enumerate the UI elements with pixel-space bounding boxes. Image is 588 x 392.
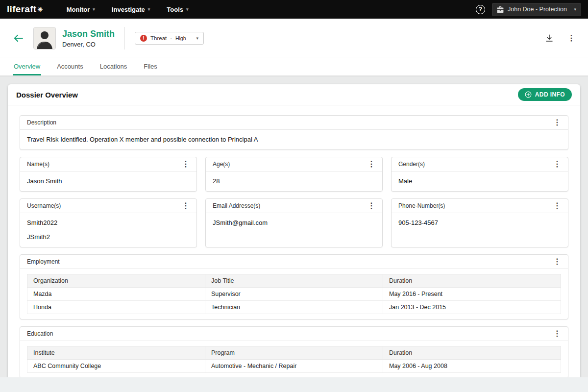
field-row-1: Name(s) ⋮ Jason Smith Age(s) ⋮ 28 xyxy=(20,157,568,192)
table-row: Mazda Supervisor May 2016 - Present xyxy=(27,288,561,301)
tab-bar: Overview Accounts Locations Files xyxy=(0,58,588,76)
kebab-menu-icon[interactable]: ⋮ xyxy=(368,160,375,168)
field-label: Age(s) xyxy=(213,161,230,168)
field-card-phone-numbers: Phone-Number(s) ⋮ 905-123-4567 xyxy=(391,198,568,247)
liferaft-logo-icon: ✳ xyxy=(37,6,43,13)
field-card-emails: Email Addresse(s) ⋮ JSmith@gmail.com xyxy=(205,198,383,247)
help-icon[interactable]: ? xyxy=(476,5,485,14)
field-label: Email Addresse(s) xyxy=(213,202,260,209)
tab-accounts[interactable]: Accounts xyxy=(56,58,84,75)
field-card-employment: Employment ⋮ Organization Job Title Dura… xyxy=(20,254,568,319)
column-header: Organization xyxy=(27,274,205,288)
field-value: 28 xyxy=(213,177,375,185)
nav-menu-monitor[interactable]: Monitor ▾ xyxy=(67,6,95,13)
dossier-overview-card: Dossier Overview ADD INFO Description ⋮ … xyxy=(8,84,580,380)
column-header: Program xyxy=(205,346,383,360)
header-actions: ⋮ xyxy=(545,34,575,43)
field-label-description: Description xyxy=(27,119,56,126)
add-info-button[interactable]: ADD INFO xyxy=(518,88,572,101)
chevron-down-icon: ▾ xyxy=(148,7,150,12)
download-icon[interactable] xyxy=(545,34,554,43)
threat-alert-icon: ! xyxy=(140,35,147,42)
field-card-usernames: Username(s) ⋮ Smith2022 JSmith2 xyxy=(20,198,197,247)
circle-plus-icon xyxy=(525,91,532,98)
threat-level-dropdown[interactable]: ! Threat · High ▾ xyxy=(135,32,204,45)
back-arrow-button[interactable] xyxy=(13,34,24,43)
briefcase-icon xyxy=(497,6,504,13)
kebab-menu-icon[interactable]: ⋮ xyxy=(368,202,375,210)
account-label: John Doe - Protection xyxy=(508,6,567,13)
table-row: ABC Community College Automotive - Mecha… xyxy=(27,360,561,373)
kebab-menu-icon[interactable]: ⋮ xyxy=(553,330,561,338)
field-row-2: Username(s) ⋮ Smith2022 JSmith2 Email Ad… xyxy=(20,198,568,247)
field-label: Phone-Number(s) xyxy=(398,202,445,209)
nav-menu-investigate[interactable]: Investigate ▾ xyxy=(112,6,150,13)
kebab-menu-icon[interactable]: ⋮ xyxy=(553,202,561,210)
field-label: Name(s) xyxy=(27,161,49,168)
threat-separator: · xyxy=(170,35,172,41)
account-dropdown[interactable]: John Doe - Protection ▾ xyxy=(492,3,581,16)
profile-header: Jason Smith Denver, CO ! Threat · High ▾… xyxy=(0,19,588,58)
avatar xyxy=(33,27,56,49)
kebab-menu-icon[interactable]: ⋮ xyxy=(553,258,561,266)
tab-files[interactable]: Files xyxy=(143,58,158,75)
chevron-down-icon: ▾ xyxy=(93,7,95,12)
field-label: Gender(s) xyxy=(398,161,425,168)
main-content: Dossier Overview ADD INFO Description ⋮ … xyxy=(0,76,588,380)
column-header: Institute xyxy=(27,346,205,360)
chevron-down-icon: ▾ xyxy=(196,36,199,41)
chevron-down-icon: ▾ xyxy=(574,7,576,12)
field-value: JSmith2 xyxy=(27,233,190,241)
table-row: Honda Technician Jan 2013 - Dec 2015 xyxy=(27,301,561,314)
field-value: Jason Smith xyxy=(27,177,190,185)
employment-table: Organization Job Title Duration Mazda Su… xyxy=(27,274,561,314)
nav-menus: Monitor ▾ Investigate ▾ Tools ▾ xyxy=(67,6,189,13)
kebab-menu-icon[interactable]: ⋮ xyxy=(182,202,190,210)
field-card-names: Name(s) ⋮ Jason Smith xyxy=(20,157,197,192)
kebab-menu-icon[interactable]: ⋮ xyxy=(553,160,561,168)
field-value: Male xyxy=(398,177,561,185)
field-label-education: Education xyxy=(27,330,53,337)
field-label: Username(s) xyxy=(27,202,61,209)
kebab-menu-icon[interactable]: ⋮ xyxy=(182,160,190,168)
field-value: JSmith@gmail.com xyxy=(213,219,375,227)
kebab-menu-icon[interactable]: ⋮ xyxy=(553,119,561,126)
education-table: Institute Program Duration ABC Community… xyxy=(27,346,561,373)
field-card-education: Education ⋮ Institute Program Duration xyxy=(20,326,568,378)
dossier-card-body: Description ⋮ Travel Risk Identified. Op… xyxy=(8,105,580,380)
person-identity: Jason Smith Denver, CO xyxy=(62,29,115,48)
description-value: Travel Risk Identified. Operation X memb… xyxy=(27,136,561,144)
column-header: Job Title xyxy=(205,274,383,288)
field-value: Smith2022 xyxy=(27,219,190,227)
field-value: 905-123-4567 xyxy=(398,219,561,227)
person-name: Jason Smith xyxy=(62,29,115,39)
field-card-description: Description ⋮ Travel Risk Identified. Op… xyxy=(20,115,568,150)
dossier-card-header: Dossier Overview ADD INFO xyxy=(8,84,580,105)
field-label-employment: Employment xyxy=(27,258,60,265)
field-card-genders: Gender(s) ⋮ Male xyxy=(391,157,568,192)
top-navbar: liferaft ✳ Monitor ▾ Investigate ▾ Tools… xyxy=(0,0,588,19)
liferaft-logo[interactable]: liferaft ✳ xyxy=(7,4,43,15)
vertical-divider xyxy=(124,27,125,49)
column-header: Duration xyxy=(383,346,561,360)
chevron-down-icon: ▾ xyxy=(186,7,189,12)
kebab-menu-icon[interactable]: ⋮ xyxy=(567,34,575,42)
field-card-ages: Age(s) ⋮ 28 xyxy=(205,157,383,192)
threat-label: Threat xyxy=(150,35,167,41)
brand-text: liferaft xyxy=(7,4,36,15)
navbar-right: ? John Doe - Protection ▾ xyxy=(476,3,581,16)
footer-strip xyxy=(0,377,588,392)
person-location: Denver, CO xyxy=(62,41,115,48)
threat-level-value: High xyxy=(175,35,186,41)
nav-menu-tools[interactable]: Tools ▾ xyxy=(167,6,188,13)
tab-locations[interactable]: Locations xyxy=(99,58,128,75)
page-title: Dossier Overview xyxy=(16,91,78,99)
tab-overview[interactable]: Overview xyxy=(13,58,41,75)
column-header: Duration xyxy=(383,274,561,288)
